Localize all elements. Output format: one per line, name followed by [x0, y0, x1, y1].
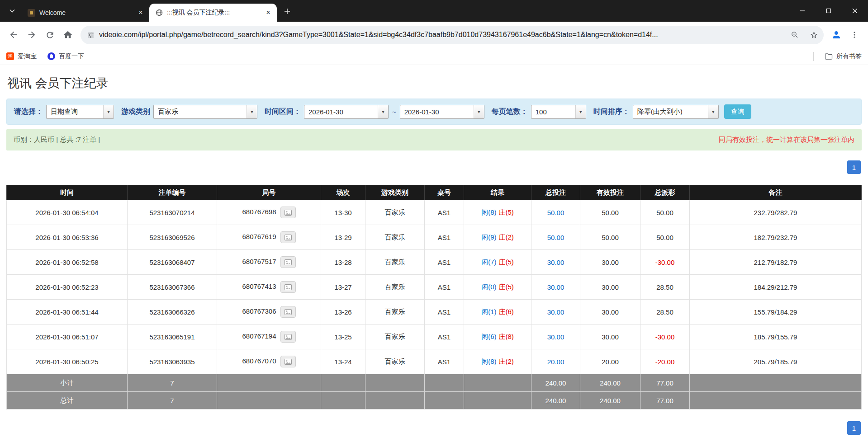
- cell-total-bet[interactable]: 30.00: [531, 250, 580, 275]
- site-info-icon[interactable]: [87, 31, 95, 39]
- home-button[interactable]: [59, 26, 77, 44]
- bookmark-star-button[interactable]: [806, 28, 821, 42]
- cell-valid-bet: 50.00: [580, 225, 640, 250]
- cell-result: 闲(6)庄(8): [464, 324, 531, 349]
- forward-button[interactable]: [23, 26, 41, 44]
- close-button[interactable]: [842, 0, 868, 22]
- cell-bet-id: 523163063935: [128, 349, 217, 374]
- roadmap-button[interactable]: [280, 207, 296, 218]
- query-mode-select[interactable]: 日期查询 ▾: [46, 105, 114, 119]
- browser-titlebar: Welcome × :::视讯 会员下注纪录::: ×: [0, 0, 868, 22]
- table-row: 2026-01-30 06:52:23 523163067366 6807674…: [7, 275, 862, 300]
- cell-round-id: 680767698: [217, 200, 321, 225]
- cell-total-bet[interactable]: 50.00: [531, 225, 580, 250]
- page-1-button[interactable]: 1: [847, 421, 861, 435]
- table-row: 2026-01-30 06:53:36 523163069526 6807676…: [7, 225, 862, 250]
- plus-icon: [284, 8, 290, 14]
- header-time: 时间: [7, 185, 128, 200]
- table-row: 2026-01-30 06:51:07 523163065191 6807671…: [7, 324, 862, 349]
- subtotal-total-bet: 240.00: [531, 374, 580, 392]
- cell-total-bet[interactable]: 50.00: [531, 200, 580, 225]
- pagination-bottom: 1: [7, 421, 861, 435]
- zoom-indicator-button[interactable]: [787, 28, 802, 42]
- minimize-icon: [800, 8, 805, 14]
- menu-button[interactable]: [845, 26, 863, 44]
- roadmap-icon: [285, 259, 292, 265]
- cell-total-bet[interactable]: 30.00: [531, 275, 580, 300]
- header-bet-id: 注单编号: [128, 185, 217, 200]
- result-player: 闲(9): [481, 233, 496, 241]
- roadmap-button[interactable]: [280, 331, 296, 343]
- result-banker: 庄(2): [499, 233, 514, 241]
- url-text[interactable]: videoie.com/ipl/portal.php/game/betrecor…: [99, 31, 783, 39]
- header-valid-bet: 有效投注: [580, 185, 640, 200]
- dropdown-caret-icon: ▾: [378, 105, 388, 118]
- cell-time: 2026-01-30 06:50:25: [7, 349, 128, 374]
- cell-payout: -20.00: [640, 349, 690, 374]
- cell-bet-id: 523163069526: [128, 225, 217, 250]
- browser-tab-welcome[interactable]: Welcome ×: [22, 4, 149, 22]
- search-button[interactable]: 查询: [724, 104, 751, 119]
- browser-tab-betrecord[interactable]: :::视讯 会员下注纪录::: ×: [149, 4, 277, 22]
- new-tab-button[interactable]: [280, 4, 295, 19]
- cell-round-id: 680767306: [217, 300, 321, 324]
- baidu-icon: [47, 52, 55, 60]
- cell-total-bet[interactable]: 30.00: [531, 300, 580, 324]
- tab-search-button[interactable]: [5, 3, 20, 19]
- page-size-select[interactable]: 100 ▾: [531, 105, 586, 119]
- cell-note: 232.79/282.79: [690, 200, 862, 225]
- result-banker: 庄(8): [499, 333, 514, 340]
- date-from-select[interactable]: 2026-01-30 ▾: [304, 105, 389, 119]
- bet-record-table: 时间 注单编号 局号 场次 游戏类别 桌号 结果 总投注 有效投注 总派彩 备注…: [6, 185, 862, 409]
- cell-total-bet[interactable]: 30.00: [531, 324, 580, 349]
- refresh-button[interactable]: [41, 26, 59, 44]
- cell-game-type: 百家乐: [365, 275, 425, 300]
- roadmap-button[interactable]: [280, 256, 296, 268]
- cell-valid-bet: 30.00: [580, 324, 640, 349]
- cell-total-bet[interactable]: 20.00: [531, 349, 580, 374]
- all-bookmarks-button[interactable]: 所有书签: [825, 52, 862, 61]
- date-to-select[interactable]: 2026-01-30 ▾: [400, 105, 484, 119]
- cell-table-no: AS1: [425, 300, 464, 324]
- roadmap-icon: [285, 309, 292, 315]
- table-row: 2026-01-30 06:50:25 523163063935 6807670…: [7, 349, 862, 374]
- profile-button[interactable]: [827, 26, 845, 44]
- welcome-tab-favicon-icon: [28, 9, 35, 17]
- bookmark-aitaobao[interactable]: 淘 爱淘宝: [6, 52, 37, 61]
- filter-bar: 请选择： 日期查询 ▾ 游戏类别 百家乐 ▾ 时间区间： 2026-01-30 …: [6, 99, 862, 125]
- roadmap-button[interactable]: [280, 281, 296, 293]
- maximize-icon: [826, 8, 831, 14]
- roadmap-button[interactable]: [280, 356, 296, 367]
- maximize-button[interactable]: [816, 0, 842, 22]
- bookmark-baidu[interactable]: 百度一下: [47, 52, 84, 61]
- roadmap-button[interactable]: [280, 306, 296, 318]
- cell-bet-id: 523163065191: [128, 324, 217, 349]
- dropdown-caret-icon: ▾: [708, 105, 718, 118]
- cell-game-type: 百家乐: [365, 200, 425, 225]
- cell-round-id: 680767194: [217, 324, 321, 349]
- url-bar[interactable]: videoie.com/ipl/portal.php/game/betrecor…: [81, 26, 824, 44]
- back-button[interactable]: [5, 26, 23, 44]
- game-type-select[interactable]: 百家乐 ▾: [153, 105, 257, 119]
- cell-valid-bet: 30.00: [580, 275, 640, 300]
- tab-close-icon[interactable]: ×: [137, 9, 145, 17]
- roadmap-button[interactable]: [280, 231, 296, 243]
- all-bookmarks-label: 所有书签: [836, 52, 862, 61]
- sort-order-select[interactable]: 降幂(由大到小) ▾: [633, 105, 719, 119]
- cell-table-no: AS1: [425, 225, 464, 250]
- page-1-button[interactable]: 1: [847, 160, 861, 174]
- zoom-icon: [791, 31, 799, 39]
- cell-game-type: 百家乐: [365, 349, 425, 374]
- cell-table-no: AS1: [425, 250, 464, 275]
- dropdown-caret-icon: ▾: [575, 105, 586, 118]
- cell-game-type: 百家乐: [365, 300, 425, 324]
- minimize-button[interactable]: [789, 0, 816, 22]
- taobao-icon: 淘: [6, 52, 14, 60]
- roadmap-icon: [285, 359, 292, 365]
- cell-payout: -30.00: [640, 250, 690, 275]
- cell-session: 13-30: [321, 200, 365, 225]
- cell-round-id: 680767413: [217, 275, 321, 300]
- cell-note: 185.79/155.79: [690, 324, 862, 349]
- bet-table-body: 2026-01-30 06:54:04 523163070214 6807676…: [7, 200, 862, 374]
- tab-close-icon[interactable]: ×: [264, 9, 272, 17]
